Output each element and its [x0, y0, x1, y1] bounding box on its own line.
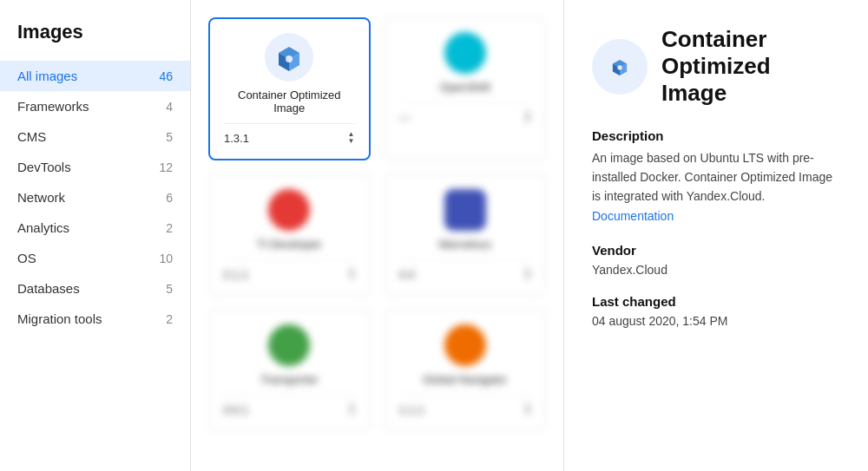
image-card-ti-developer[interactable]: TI Developer2.1.1▲▼ [208, 174, 371, 296]
card-name-transporter: Transporter [260, 373, 319, 386]
version-selector-openshift[interactable]: ▲▼ [524, 110, 531, 124]
sidebar-item-all-images[interactable]: All images46 [0, 61, 190, 91]
sidebar-item-count-os: 10 [159, 252, 173, 265]
card-icon-ti-developer [268, 189, 310, 231]
description-label: Description [592, 128, 840, 143]
card-icon-openshift [444, 32, 486, 74]
vendor-label: Vendor [592, 243, 840, 258]
sidebar-item-migration-tools[interactable]: Migration tools2 [0, 304, 190, 334]
sidebar-title: Images [0, 21, 190, 61]
sidebar-item-count-migration-tools: 2 [166, 312, 173, 326]
detail-title: Container Optimized Image [661, 26, 840, 108]
sidebar-item-network[interactable]: Network6 [0, 182, 190, 213]
card-icon-container-optimized [265, 33, 313, 82]
sidebar-item-databases[interactable]: Databases5 [0, 273, 190, 304]
card-name-global-navigator: Global Navigator [423, 373, 507, 386]
card-name-marvelous: Marvelous [439, 238, 491, 251]
card-version-row-container-optimized: 1.3.1▲▼ [224, 123, 355, 145]
sidebar-item-label-migration-tools: Migration tools [17, 311, 102, 326]
card-icon-transporter [268, 324, 310, 366]
image-cards-grid: Container Optimized Image1.3.1▲▼OpenShif… [208, 17, 546, 431]
last-changed-label: Last changed [592, 294, 840, 309]
detail-panel: Container Optimized Image Description An… [564, 0, 868, 471]
sidebar-items-list: All images46Frameworks4CMS5DevTools12Net… [0, 61, 190, 334]
sidebar-item-count-devtools: 12 [159, 160, 173, 174]
sidebar-item-label-frameworks: Frameworks [17, 99, 89, 114]
sidebar-item-frameworks[interactable]: Frameworks4 [0, 91, 190, 121]
sidebar-item-cms[interactable]: CMS5 [0, 121, 190, 152]
image-card-global-navigator[interactable]: Global Navigator1.1.1▲▼ [385, 310, 547, 431]
card-icon-marvelous [444, 189, 486, 231]
card-version-row-openshift: —▲▼ [399, 102, 532, 124]
card-version-global-navigator: 1.1.1 [399, 403, 424, 416]
detail-description-section: Description An image based on Ubuntu LTS… [592, 128, 840, 226]
vendor-value: Yandex.Cloud [592, 263, 840, 277]
card-version-blurred-openshift: — [399, 111, 411, 124]
card-name-openshift: OpenShift [440, 81, 490, 94]
card-icon-global-navigator [444, 324, 486, 366]
documentation-link[interactable]: Documentation [592, 209, 674, 223]
card-version-row-ti-developer: 2.1.1▲▼ [223, 259, 356, 281]
image-card-container-optimized[interactable]: Container Optimized Image1.3.1▲▼ [208, 17, 371, 160]
version-selector-ti-developer[interactable]: ▲▼ [349, 267, 356, 281]
card-version-transporter: 3.0.1 [223, 403, 248, 416]
version-selector-global-navigator[interactable]: ▲▼ [524, 402, 531, 416]
image-card-transporter[interactable]: Transporter3.0.1▲▼ [208, 310, 371, 431]
description-text: An image based on Ubuntu LTS with pre-in… [592, 148, 840, 226]
card-name-ti-developer: TI Developer [257, 238, 321, 251]
sidebar-item-count-frameworks: 4 [166, 100, 173, 114]
card-version-container-optimized: 1.3.1 [224, 132, 249, 145]
sidebar: Images All images46Frameworks4CMS5DevToo… [0, 0, 191, 471]
sidebar-item-label-os: OS [17, 251, 36, 265]
version-selector-container-optimized[interactable]: ▲▼ [348, 131, 355, 145]
sidebar-item-label-cms: CMS [17, 129, 46, 144]
sidebar-item-label-databases: Databases [17, 281, 80, 296]
sidebar-item-count-databases: 5 [166, 282, 173, 296]
card-version-row-global-navigator: 1.1.1▲▼ [399, 395, 532, 416]
sidebar-item-analytics[interactable]: Analytics2 [0, 213, 190, 243]
detail-vendor-section: Vendor Yandex.Cloud [592, 243, 840, 277]
version-selector-transporter[interactable]: ▲▼ [349, 402, 356, 416]
sidebar-item-count-network: 6 [166, 191, 173, 205]
card-version-ti-developer: 2.1.1 [223, 268, 248, 281]
card-name-container-optimized: Container Optimized Image [224, 88, 355, 114]
last-changed-value: 04 august 2020, 1:54 PM [592, 314, 840, 328]
card-version-row-transporter: 3.0.1▲▼ [223, 395, 356, 416]
image-card-openshift[interactable]: OpenShift—▲▼ [385, 17, 547, 160]
sidebar-item-os[interactable]: OS10 [0, 243, 190, 273]
image-card-marvelous[interactable]: Marvelous4.4▲▼ [385, 174, 547, 296]
svg-point-1 [286, 56, 293, 62]
card-version-row-marvelous: 4.4▲▼ [399, 259, 532, 281]
sidebar-item-label-network: Network [17, 190, 65, 205]
sidebar-item-label-analytics: Analytics [17, 220, 69, 235]
svg-point-3 [617, 65, 621, 69]
sidebar-item-devtools[interactable]: DevTools12 [0, 152, 190, 182]
detail-icon [592, 39, 648, 95]
sidebar-item-count-analytics: 2 [166, 221, 173, 235]
detail-header: Container Optimized Image [592, 26, 840, 108]
sidebar-item-label-all-images: All images [17, 69, 77, 83]
detail-last-changed-section: Last changed 04 august 2020, 1:54 PM [592, 294, 840, 328]
sidebar-item-count-all-images: 46 [159, 69, 173, 83]
images-grid-panel: Container Optimized Image1.3.1▲▼OpenShif… [191, 0, 564, 471]
card-version-marvelous: 4.4 [399, 268, 415, 281]
sidebar-item-count-cms: 5 [166, 130, 173, 144]
sidebar-item-label-devtools: DevTools [17, 160, 71, 174]
version-selector-marvelous[interactable]: ▲▼ [524, 267, 531, 281]
